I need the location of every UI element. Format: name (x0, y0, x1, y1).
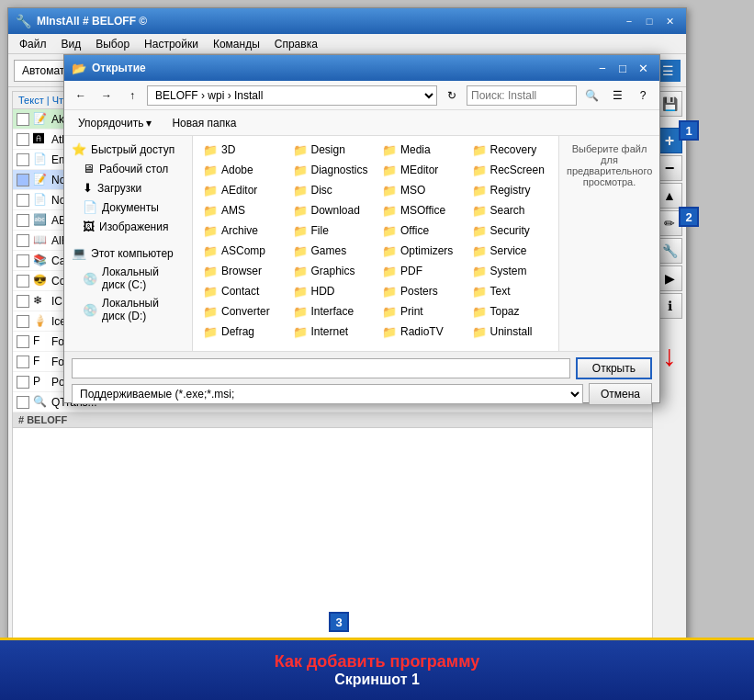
checkbox[interactable] (17, 335, 29, 348)
menu-commands[interactable]: Команды (206, 36, 267, 52)
folder-contact[interactable]: 📁Contact (197, 281, 287, 301)
cancel-button[interactable]: Отмена (589, 383, 652, 405)
folder-media[interactable]: 📁Media (376, 140, 466, 160)
folder-converter[interactable]: 📁Converter (197, 301, 287, 322)
folder-radiotv[interactable]: 📁RadioTV (376, 322, 466, 342)
folder-pdf[interactable]: 📁PDF (376, 261, 466, 281)
sidebar-this-pc[interactable]: 💻 Этот компьютер (64, 243, 192, 263)
folder-mso[interactable]: 📁MSO (376, 180, 466, 200)
folder-diagnostics[interactable]: 📁Diagnostics (287, 160, 377, 180)
folder-ams[interactable]: 📁AMS (197, 200, 287, 220)
folder-recovery[interactable]: 📁Recovery (466, 140, 556, 160)
menu-help[interactable]: Справка (267, 36, 325, 52)
nav-up-button[interactable]: ↑ (121, 85, 143, 106)
sidebar-documents[interactable]: 📄 Документы (64, 198, 192, 217)
folder-search[interactable]: 📁Search (466, 200, 556, 220)
nav-forward-button[interactable]: → (96, 85, 118, 106)
menu-settings[interactable]: Настройки (137, 36, 206, 52)
checkbox[interactable] (17, 133, 29, 146)
checkbox[interactable] (17, 396, 29, 409)
search-input[interactable] (467, 85, 577, 106)
menu-file[interactable]: Файл (12, 36, 54, 52)
info-button[interactable]: ℹ (657, 293, 682, 319)
checkbox[interactable] (17, 295, 29, 308)
remove-button[interactable]: − (657, 155, 682, 181)
folder-meditor[interactable]: 📁MEditor (376, 160, 466, 180)
open-button[interactable]: Открыть (576, 357, 652, 379)
dialog-minimize[interactable]: − (593, 60, 612, 76)
dialog-maximize[interactable]: □ (613, 60, 632, 76)
minimize-button[interactable]: − (620, 13, 638, 29)
folder-adobe[interactable]: 📁Adobe (197, 160, 287, 180)
move-up-button[interactable]: ▲ (657, 183, 682, 209)
sidebar-desktop[interactable]: 🖥 Рабочий стол (64, 159, 192, 178)
folder-3d[interactable]: 📁3D (197, 140, 287, 160)
help-button[interactable]: ? (632, 85, 654, 106)
folder-system[interactable]: 📁System (466, 261, 556, 281)
checkbox[interactable] (17, 315, 29, 328)
new-folder-button[interactable]: Новая папка (163, 113, 244, 133)
filename-input[interactable] (72, 358, 570, 378)
play-button[interactable]: ▶ (657, 265, 682, 291)
folder-aeditor[interactable]: 📁AEditor (197, 180, 287, 200)
checkbox[interactable] (17, 153, 29, 166)
folder-optimizers[interactable]: 📁Optimizers (376, 241, 466, 261)
checkbox[interactable] (17, 214, 29, 227)
folder-graphics[interactable]: 📁Graphics (287, 261, 377, 281)
folder-interface[interactable]: 📁Interface (287, 301, 377, 322)
sidebar-drive-d[interactable]: 💿 Локальный диск (D:) (64, 294, 192, 325)
folder-office[interactable]: 📁Office (376, 220, 466, 241)
checkbox[interactable] (17, 275, 29, 288)
folder-msoffice[interactable]: 📁MSOffice (376, 200, 466, 220)
checkbox[interactable] (17, 234, 29, 247)
folder-registry[interactable]: 📁Registry (466, 180, 556, 200)
folder-service[interactable]: 📁Service (466, 241, 556, 261)
folder-games[interactable]: 📁Games (287, 241, 377, 261)
checkbox[interactable] (17, 194, 29, 207)
checkbox[interactable] (17, 174, 29, 186)
folder-text[interactable]: 📁Text (466, 281, 556, 301)
folder-ascomp[interactable]: 📁ASComp (197, 241, 287, 261)
checkbox[interactable] (17, 376, 29, 389)
folder-hdd[interactable]: 📁HDD (287, 281, 377, 301)
tool-button[interactable]: 🔧 (657, 238, 682, 264)
folder-print[interactable]: 📁Print (376, 301, 466, 322)
folder-uninstall[interactable]: 📁Uninstall (466, 322, 556, 342)
view-toggle-button[interactable]: ☰ (606, 85, 628, 106)
dialog-close[interactable]: ✕ (634, 60, 652, 76)
sidebar-quick-access[interactable]: ⭐ Быстрый доступ (64, 140, 192, 159)
folder-internet[interactable]: 📁Internet (287, 322, 377, 342)
folder-browser[interactable]: 📁Browser (197, 261, 287, 281)
checkbox[interactable] (17, 254, 29, 267)
folder-download[interactable]: 📁Download (287, 200, 377, 220)
search-button[interactable]: 🔍 (580, 85, 602, 106)
menu-select[interactable]: Выбор (88, 36, 137, 52)
folder-archive[interactable]: 📁Archive (197, 220, 287, 241)
nav-back-button[interactable]: ← (70, 85, 92, 106)
sidebar-pictures[interactable]: 🖼 Изображения (64, 217, 192, 236)
folder-security[interactable]: 📁Security (466, 220, 556, 241)
folder-design[interactable]: 📁Design (287, 140, 377, 160)
maximize-button[interactable]: □ (640, 13, 658, 29)
downloads-label: Загрузки (97, 182, 141, 195)
tab-text[interactable]: Текст (18, 95, 44, 106)
close-button[interactable]: ✕ (660, 13, 679, 29)
filetype-select[interactable]: Поддерживаемые (*.exe;*.msi; (72, 384, 583, 404)
folder-recscreen[interactable]: 📁RecScreen (466, 160, 556, 180)
organize-button[interactable]: Упорядочить ▾ (70, 113, 160, 133)
folder-topaz[interactable]: 📁Topaz (466, 301, 556, 322)
folder-file[interactable]: 📁File (287, 220, 377, 241)
checkbox[interactable] (17, 113, 29, 126)
folder-disc[interactable]: 📁Disc (287, 180, 377, 200)
menu-view[interactable]: Вид (54, 36, 89, 52)
dialog-icon: 📂 (72, 62, 86, 75)
path-combo[interactable]: BELOFF › wpi › Install (147, 85, 437, 106)
folder-defrag[interactable]: 📁Defrag (197, 322, 287, 342)
refresh-button[interactable]: ↻ (441, 85, 463, 106)
desktop-label: Рабочий стол (99, 163, 168, 175)
sidebar-downloads[interactable]: ⬇ Загрузки (64, 178, 192, 198)
checkbox[interactable] (17, 356, 29, 368)
save-button[interactable]: 💾 (657, 91, 682, 117)
sidebar-drive-c[interactable]: 💿 Локальный диск (C:) (64, 263, 192, 294)
folder-posters[interactable]: 📁Posters (376, 281, 466, 301)
